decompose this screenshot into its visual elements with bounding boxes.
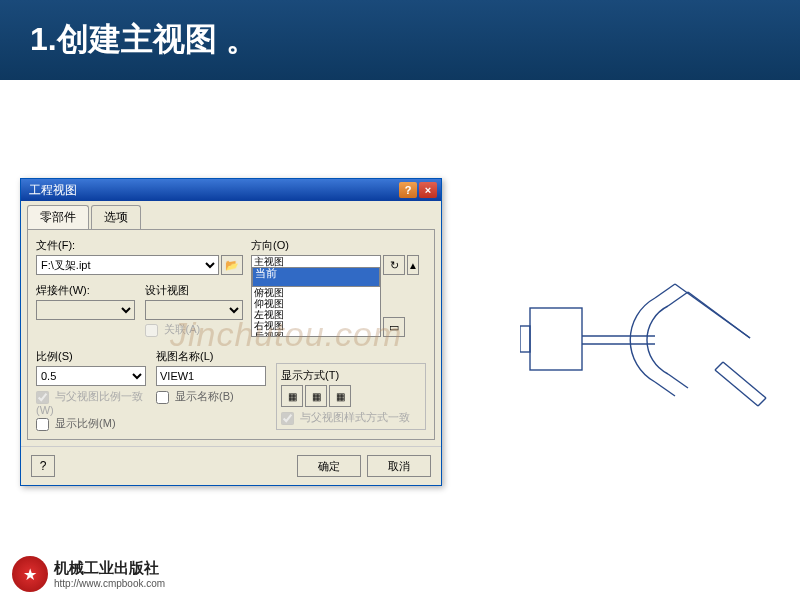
scroll-up-icon[interactable]: ▲: [407, 255, 419, 275]
parent-scale-checkbox: [36, 391, 49, 404]
display-style-2-button[interactable]: ▦: [305, 385, 327, 407]
list-item[interactable]: 主视图: [252, 256, 380, 267]
assoc-label: 关联(A): [164, 323, 201, 335]
dialog-title: 工程视图: [25, 182, 399, 199]
svg-line-13: [715, 362, 723, 370]
svg-line-5: [668, 292, 688, 306]
list-item[interactable]: 当前: [252, 267, 380, 287]
svg-line-9: [668, 374, 688, 388]
file-input[interactable]: F:\叉架.ipt: [36, 255, 219, 275]
assoc-checkbox: [145, 324, 158, 337]
design-view-label: 设计视图: [145, 283, 244, 298]
scale-label: 比例(S): [36, 349, 146, 364]
svg-line-8: [655, 382, 675, 396]
cancel-button[interactable]: 取消: [367, 455, 431, 477]
browse-button[interactable]: 📂: [221, 255, 243, 275]
weld-select: [36, 300, 135, 320]
display-style-1-button[interactable]: ▦: [281, 385, 303, 407]
scale-select[interactable]: 0.5: [36, 366, 146, 386]
show-name-checkbox[interactable]: [156, 391, 169, 404]
display-style-3-button[interactable]: ▦: [329, 385, 351, 407]
svg-rect-0: [530, 308, 582, 370]
file-label: 文件(F):: [36, 238, 243, 253]
view-name-input[interactable]: [156, 366, 266, 386]
svg-rect-1: [520, 326, 530, 352]
publisher-name: 机械工业出版社: [54, 559, 165, 578]
publisher-url: http://www.cmpbook.com: [54, 578, 165, 589]
direction-listbox[interactable]: 主视图 当前 俯视图 仰视图 左视图 右视图 后视图 等轴测视图: [251, 255, 381, 337]
gear-logo-icon: [12, 556, 48, 592]
parent-style-checkbox: [281, 412, 294, 425]
engineering-view-dialog: 工程视图 ? × 零部件 选项 文件(F): F:\叉架.ipt 📂 焊接件(W: [20, 178, 442, 486]
tab-strip: 零部件 选项: [21, 201, 441, 229]
show-name-label: 显示名称(B): [175, 390, 234, 402]
design-view-select: [145, 300, 244, 320]
rotate-button[interactable]: ↻: [383, 255, 405, 275]
svg-line-12: [758, 398, 766, 406]
svg-line-11: [723, 362, 766, 398]
help-button[interactable]: ?: [31, 455, 55, 477]
list-item[interactable]: 俯视图: [252, 287, 380, 298]
svg-line-10: [715, 370, 758, 406]
show-scale-label: 显示比例(M): [55, 417, 116, 429]
list-item[interactable]: 仰视图: [252, 298, 380, 309]
weld-label: 焊接件(W):: [36, 283, 135, 298]
ok-button[interactable]: 确定: [297, 455, 361, 477]
direction-label: 方向(O): [251, 238, 426, 253]
dialog-titlebar[interactable]: 工程视图 ? ×: [21, 179, 441, 201]
direction-config-button[interactable]: ▭: [383, 317, 405, 337]
list-item[interactable]: 后视图: [252, 331, 380, 337]
display-mode-label: 显示方式(T): [281, 368, 421, 383]
parent-scale-label: 与父视图比例一致(W): [36, 390, 143, 416]
list-item[interactable]: 左视图: [252, 309, 380, 320]
tab-parts[interactable]: 零部件: [27, 205, 89, 229]
svg-line-4: [655, 284, 675, 298]
titlebar-help-icon[interactable]: ?: [399, 182, 417, 198]
page-title: 1.创建主视图 。: [30, 18, 770, 62]
view-name-label: 视图名称(L): [156, 349, 266, 364]
parent-style-label: 与父视图样式方式一致: [300, 411, 410, 423]
show-scale-checkbox[interactable]: [36, 418, 49, 431]
publisher-logo: 机械工业出版社 http://www.cmpbook.com: [12, 556, 165, 592]
list-item[interactable]: 右视图: [252, 320, 380, 331]
close-icon[interactable]: ×: [419, 182, 437, 198]
svg-line-7: [688, 292, 750, 338]
tab-options[interactable]: 选项: [91, 205, 141, 229]
technical-drawing-preview: [520, 258, 780, 428]
